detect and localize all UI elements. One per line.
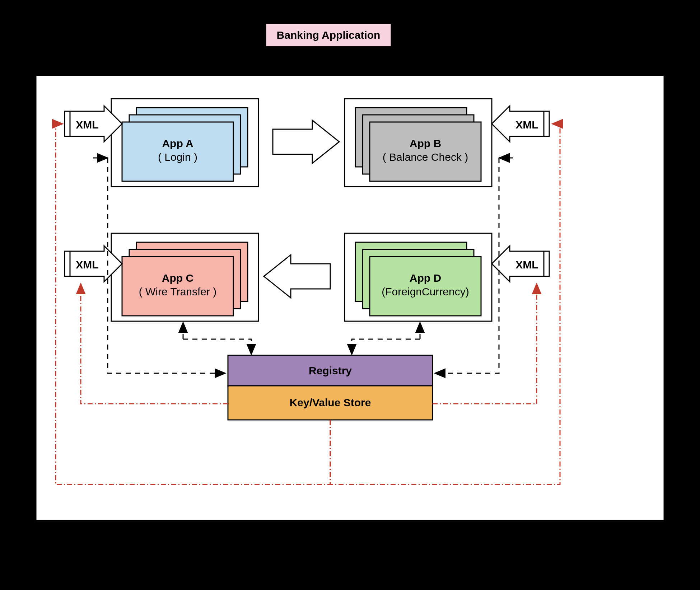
xml-d-label: XML xyxy=(515,259,538,271)
app-d-name: App D xyxy=(410,272,441,284)
app-b-name: App B xyxy=(410,137,441,149)
xml-b-label: XML xyxy=(515,119,538,131)
title-label: Banking Application xyxy=(277,29,381,41)
app-a-desc: ( Login ) xyxy=(158,151,197,163)
registry-label: Registry xyxy=(309,365,352,376)
app-d-desc: (ForeignCurrency) xyxy=(382,286,469,298)
kv-label: Key/Value Store xyxy=(290,397,371,408)
app-c-name: App C xyxy=(162,272,193,284)
xml-a-label: XML xyxy=(76,119,98,131)
app-c-desc: ( Wire Transfer ) xyxy=(139,286,217,298)
app-a-name: App A xyxy=(162,137,193,149)
app-b-desc: ( Balance Check ) xyxy=(383,151,468,163)
xml-c-label: XML xyxy=(76,259,98,271)
